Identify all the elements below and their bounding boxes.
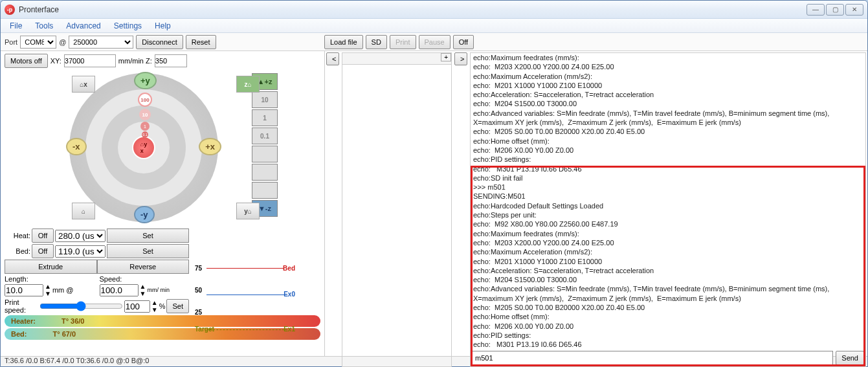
extrude-button[interactable]: Extrude [5, 260, 97, 274]
plus-icon[interactable]: + [441, 53, 451, 61]
jog-x-plus[interactable]: +x [199, 138, 221, 155]
motors-off-button[interactable]: Motors off [5, 54, 48, 68]
z-step-spacer [252, 146, 278, 162]
home-all-corner[interactable]: ⌂ [72, 203, 95, 219]
step-01[interactable]: 0.1 [142, 131, 148, 138]
baud-select[interactable]: 250000 [69, 36, 133, 49]
mmmin-label: mm/ min [147, 287, 170, 293]
xy-jog-dial[interactable]: ⌂yx +y -y -x +x 100 10 1 0.1 ⌂x z⌂ ⌂ y⌂ [69, 73, 218, 222]
off-button[interactable]: Off [453, 35, 474, 49]
z-step-1[interactable]: 1 [252, 109, 278, 126]
titlebar: -p Pronterface — ▢ ✕ [1, 1, 867, 19]
right-panel: < + > echo:Maximum feedrates (mm/s): ech… [324, 51, 867, 356]
home-x-button[interactable]: ⌂x [72, 76, 95, 93]
heat-preset-select[interactable]: 280.0 (user) [55, 230, 106, 242]
console-output[interactable]: echo:Maximum feedrates (mm/s): echo: M20… [471, 53, 865, 350]
bed-label: Bed: [5, 247, 30, 255]
connection-toolbar: Port COM8 @ 250000 Disconnect Reset Load… [1, 33, 867, 51]
port-label: Port [5, 38, 17, 46]
heat-label: Heat: [5, 232, 30, 239]
jog-y-plus[interactable]: +y [134, 72, 157, 89]
menu-help[interactable]: Help [148, 20, 177, 32]
jog-area: ⌂yx +y -y -x +x 100 10 1 0.1 ⌂x z⌂ ⌂ y⌂ … [5, 71, 320, 228]
printspeed-input[interactable] [124, 300, 150, 313]
bed-bar-temp: T° 67/0 [52, 330, 76, 338]
close-button[interactable]: ✕ [845, 4, 863, 16]
mmmin-z-label: mm/min Z: [118, 57, 152, 65]
home-y-button[interactable]: y⌂ [236, 203, 260, 219]
window-title: Pronterface [19, 5, 807, 14]
print-button: Print [390, 35, 416, 49]
heat-set-button[interactable]: Set [107, 228, 189, 243]
xy-label: XY: [50, 57, 61, 65]
collapse-right-button[interactable]: > [454, 52, 467, 65]
at-label: @ [59, 38, 66, 46]
heater-bar-label: Heater: [11, 317, 36, 325]
z-step-01[interactable]: 0.1 [252, 128, 278, 144]
temperature-graph: 75 50 25 Bed Ex0 Target Ex1 [195, 265, 295, 342]
speed-label: Speed: [100, 275, 190, 283]
step-100[interactable]: 100 [138, 93, 152, 107]
bed-preset-select[interactable]: 119.0 (user) [55, 245, 106, 258]
xy-feedrate-input[interactable] [64, 54, 116, 67]
home-all-button[interactable]: ⌂yx [132, 136, 155, 159]
command-input[interactable] [472, 351, 833, 365]
bed-bar-label: Bed: [11, 330, 27, 338]
length-label: Length: [5, 275, 95, 283]
menu-advanced[interactable]: Advanced [60, 20, 107, 32]
step-1[interactable]: 1 [140, 122, 150, 131]
gcode-preview-pane: + [342, 52, 452, 367]
port-select[interactable]: COM8 [20, 36, 56, 49]
home-z-button[interactable]: z⌂ [236, 76, 260, 93]
bed-off-button[interactable]: Off [32, 244, 54, 258]
z-step-spacer2 [252, 164, 278, 181]
reset-button[interactable]: Reset [186, 35, 216, 49]
step-10[interactable]: 10 [139, 109, 151, 120]
menubar: File Tools Advanced Settings Help [1, 19, 867, 33]
load-file-button[interactable]: Load file [324, 35, 363, 49]
printspeed-set-button[interactable]: Set [166, 299, 189, 313]
bed-set-button[interactable]: Set [107, 244, 189, 258]
app-window: -p Pronterface — ▢ ✕ File Tools Advanced… [0, 0, 868, 367]
heater-bar-temp: T° 36/0 [61, 317, 85, 325]
main-content: Motors off XY: mm/min Z: ⌂yx +y -y -x +x… [1, 51, 867, 356]
console-pane: echo:Maximum feedrates (mm/s): echo: M20… [470, 52, 866, 367]
mm-at-label: mm @ [52, 286, 74, 294]
heater-controls: Heat: Off 280.0 (user) Set Bed: Off 119.… [5, 228, 189, 314]
printspeed-label: Print speed: [5, 298, 38, 314]
pct-label: % [159, 302, 166, 310]
disconnect-button[interactable]: Disconnect [136, 35, 183, 49]
menu-file[interactable]: File [3, 20, 28, 32]
collapse-left-button[interactable]: < [326, 52, 339, 65]
heat-off-button[interactable]: Off [32, 228, 54, 243]
menu-tools[interactable]: Tools [28, 20, 60, 32]
app-icon: -p [5, 5, 15, 15]
pause-button: Pause [419, 35, 451, 49]
minimize-button[interactable]: — [807, 4, 825, 16]
sd-button[interactable]: SD [366, 35, 387, 49]
send-button[interactable]: Send [836, 351, 864, 365]
length-input[interactable] [5, 284, 43, 296]
reverse-button[interactable]: Reverse [97, 260, 190, 274]
menu-settings[interactable]: Settings [107, 20, 148, 32]
jog-x-minus[interactable]: -x [66, 138, 87, 155]
left-panel: Motors off XY: mm/min Z: ⌂yx +y -y -x +x… [1, 51, 324, 356]
z-step-10[interactable]: 10 [252, 91, 278, 108]
z-jog-column: ▲+z 10 1 0.1 ▼-z [250, 73, 279, 222]
maximize-button[interactable]: ▢ [826, 4, 844, 16]
speed-input[interactable] [100, 284, 139, 296]
jog-y-minus[interactable]: -y [134, 206, 155, 223]
printspeed-slider[interactable] [39, 301, 123, 311]
z-feedrate-input[interactable] [155, 54, 187, 67]
z-step-spacer3 [252, 182, 278, 199]
